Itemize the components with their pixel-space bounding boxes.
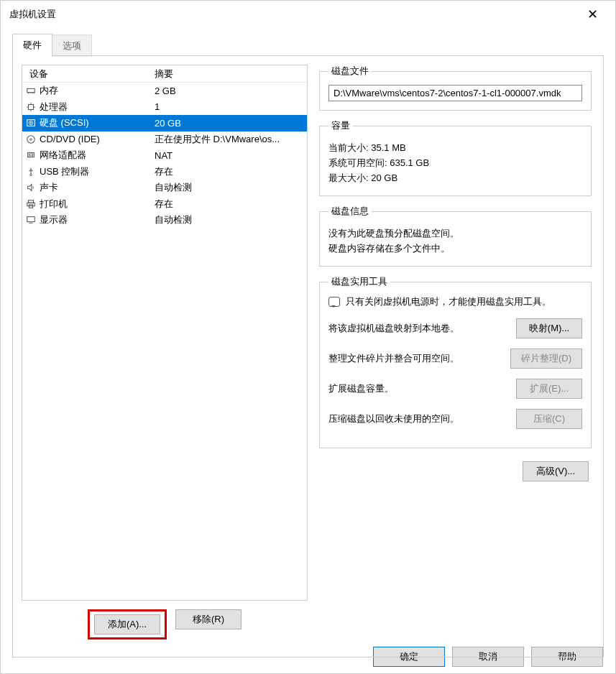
map-button[interactable]: 映射(M)... — [516, 318, 582, 338]
expand-button[interactable]: 扩展(E)... — [516, 379, 582, 399]
compact-button[interactable]: 压缩(C) — [516, 409, 582, 429]
hw-row-printer[interactable]: 打印机 存在 — [22, 196, 307, 213]
hw-label: 声卡 — [40, 181, 58, 194]
svg-point-17 — [30, 174, 32, 176]
memory-icon — [25, 85, 37, 96]
util-expand-text: 扩展磁盘容量。 — [328, 382, 509, 395]
system-free: 系统可用空间: 635.1 GB — [328, 157, 582, 170]
advanced-button[interactable]: 高级(V)... — [523, 461, 589, 481]
hw-label: 打印机 — [40, 198, 68, 211]
cpu-icon — [25, 101, 37, 113]
max-size: 最大大小: 20 GB — [328, 172, 582, 185]
info-icon — [328, 297, 340, 307]
disk-file-field[interactable]: D:\VMware\vms\centos7-2\centos7-1-cl1-00… — [328, 85, 582, 101]
hw-label: CD/DVD (IDE) — [40, 134, 100, 144]
capacity-group: 容量 当前大小: 35.1 MB 系统可用空间: 635.1 GB 最大大小: … — [319, 119, 592, 196]
col-header-summary: 摘要 — [155, 68, 307, 80]
hw-row-display[interactable]: 显示器 自动检测 — [22, 212, 307, 228]
cd-icon — [25, 134, 37, 145]
hardware-list-pane: 设备 摘要 内存 2 GB 处理器 1 硬盘 (SCSI) 20 GB CD — [22, 65, 308, 648]
hw-label: 硬盘 (SCSI) — [40, 116, 89, 129]
svg-rect-0 — [27, 89, 35, 93]
content-area: 硬件 选项 设备 摘要 内存 2 GB 处理器 1 硬盘 — [1, 28, 615, 657]
hw-label: 内存 — [40, 84, 58, 97]
disk-info-group: 磁盘信息 没有为此硬盘预分配磁盘空间。 硬盘内容存储在多个文件中。 — [319, 205, 592, 267]
printer-icon — [25, 198, 37, 210]
title-bar: 虚拟机设置 ✕ — [1, 1, 615, 28]
util-compact-row: 压缩磁盘以回收未使用的空间。 压缩(C) — [328, 409, 582, 429]
col-header-device: 设备 — [25, 68, 155, 80]
add-button[interactable]: 添加(A)... — [94, 614, 160, 634]
add-button-highlight: 添加(A)... — [88, 609, 167, 640]
remove-button[interactable]: 移除(R) — [175, 609, 242, 629]
utilities-legend: 磁盘实用工具 — [328, 275, 390, 288]
hw-summary: 存在 — [155, 198, 307, 211]
display-icon — [25, 214, 37, 226]
hw-summary: 存在 — [155, 165, 307, 178]
hw-row-cd[interactable]: CD/DVD (IDE) 正在使用文件 D:\VMware\os... — [22, 131, 307, 148]
hw-row-memory[interactable]: 内存 2 GB — [22, 83, 307, 99]
svg-point-13 — [27, 136, 35, 144]
hw-label: USB 控制器 — [40, 165, 89, 178]
detail-pane: 磁盘文件 D:\VMware\vms\centos7-2\centos7-1-c… — [316, 65, 594, 648]
svg-point-12 — [30, 123, 31, 124]
svg-rect-5 — [29, 104, 34, 109]
svg-point-14 — [30, 138, 32, 140]
hw-summary: 2 GB — [155, 86, 307, 96]
hw-summary: NAT — [155, 150, 307, 161]
hw-row-net[interactable]: 网络适配器 NAT — [22, 147, 307, 164]
util-map-text: 将该虚拟机磁盘映射到本地卷。 — [328, 322, 509, 335]
tab-strip: 硬件 选项 — [12, 34, 604, 56]
utilities-banner-text: 只有关闭虚拟机电源时，才能使用磁盘实用工具。 — [346, 295, 551, 308]
util-compact-text: 压缩磁盘以回收未使用的空间。 — [328, 412, 509, 425]
hw-row-usb[interactable]: USB 控制器 存在 — [22, 164, 307, 180]
disk-file-group: 磁盘文件 D:\VMware\vms\centos7-2\centos7-1-c… — [319, 65, 592, 111]
svg-rect-21 — [27, 217, 35, 222]
sound-icon — [25, 182, 37, 193]
hw-label: 显示器 — [40, 213, 68, 226]
hw-row-hdd[interactable]: 硬盘 (SCSI) 20 GB — [22, 115, 307, 131]
hw-summary: 自动检测 — [155, 181, 307, 194]
defrag-button[interactable]: 碎片整理(D) — [510, 348, 582, 369]
disk-file-legend: 磁盘文件 — [328, 65, 372, 78]
capacity-legend: 容量 — [328, 119, 353, 132]
disk-info-legend: 磁盘信息 — [328, 205, 372, 218]
util-map-row: 将该虚拟机磁盘映射到本地卷。 映射(M)... — [328, 318, 582, 338]
hw-label: 网络适配器 — [40, 149, 86, 162]
hw-summary: 20 GB — [155, 118, 307, 129]
close-icon[interactable]: ✕ — [578, 6, 607, 22]
hw-row-cpu[interactable]: 处理器 1 — [22, 99, 307, 116]
hw-row-sound[interactable]: 声卡 自动检测 — [22, 180, 307, 196]
util-expand-row: 扩展磁盘容量。 扩展(E)... — [328, 379, 582, 399]
hw-summary: 自动检测 — [155, 213, 307, 226]
util-defrag-text: 整理文件碎片并整合可用空间。 — [328, 352, 503, 365]
hw-label: 处理器 — [40, 101, 68, 114]
tab-panel-hardware: 设备 摘要 内存 2 GB 处理器 1 硬盘 (SCSI) 20 GB CD — [12, 55, 604, 657]
hardware-buttons: 添加(A)... 移除(R) — [22, 601, 308, 648]
disk-info-2: 硬盘内容存储在多个文件中。 — [328, 242, 582, 255]
hdd-icon — [25, 117, 37, 129]
hardware-table: 设备 摘要 内存 2 GB 处理器 1 硬盘 (SCSI) 20 GB CD — [22, 65, 308, 601]
current-size: 当前大小: 35.1 MB — [328, 142, 582, 154]
disk-info-1: 没有为此硬盘预分配磁盘空间。 — [328, 227, 582, 240]
svg-rect-16 — [29, 154, 32, 157]
utilities-banner: 只有关闭虚拟机电源时，才能使用磁盘实用工具。 — [328, 295, 582, 308]
hardware-table-header: 设备 摘要 — [22, 65, 307, 83]
hw-summary: 正在使用文件 D:\VMware\os... — [155, 133, 307, 146]
network-icon — [25, 149, 37, 161]
tab-hardware[interactable]: 硬件 — [12, 34, 52, 56]
hw-summary: 1 — [155, 101, 307, 112]
tab-options[interactable]: 选项 — [52, 34, 92, 57]
usb-icon — [25, 166, 37, 177]
utilities-group: 磁盘实用工具 只有关闭虚拟机电源时，才能使用磁盘实用工具。 将该虚拟机磁盘映射到… — [319, 275, 592, 448]
advanced-row: 高级(V)... — [319, 461, 592, 481]
util-defrag-row: 整理文件碎片并整合可用空间。 碎片整理(D) — [328, 348, 582, 369]
window-title: 虚拟机设置 — [9, 8, 578, 21]
